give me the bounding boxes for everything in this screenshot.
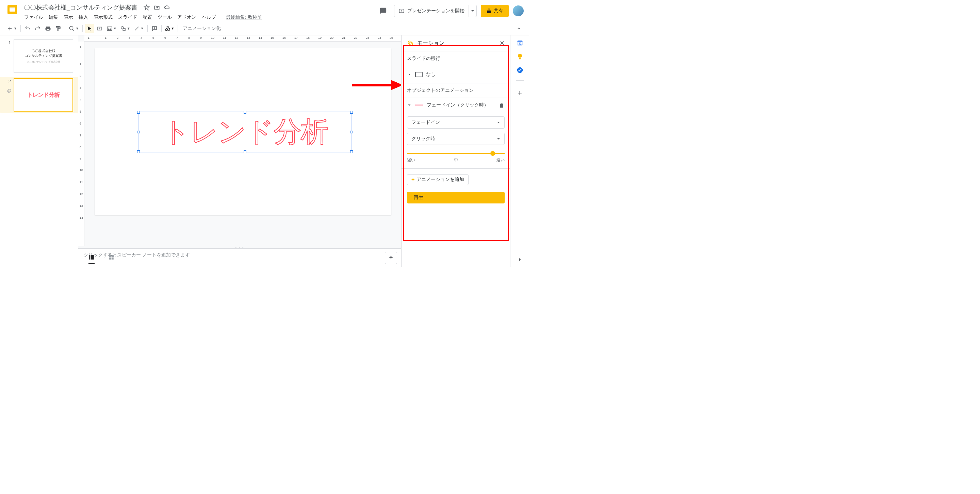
chevron-down-icon bbox=[407, 103, 412, 108]
comment-tool[interactable] bbox=[150, 24, 159, 33]
menu-insert[interactable]: 挿入 bbox=[76, 13, 91, 22]
annotation-arrow bbox=[350, 78, 401, 92]
svg-point-8 bbox=[121, 27, 124, 29]
cloud-status-icon[interactable] bbox=[164, 5, 170, 11]
svg-rect-15 bbox=[111, 255, 114, 257]
side-panel: 31 + bbox=[510, 35, 529, 267]
collapse-toolbar-button[interactable] bbox=[514, 24, 524, 33]
animation-indicator-icon bbox=[6, 89, 11, 94]
explore-button[interactable] bbox=[385, 252, 397, 264]
slide-thumb-2[interactable]: トレンド分析 bbox=[14, 78, 73, 111]
input-tool[interactable]: あ▼ bbox=[164, 24, 176, 33]
animation-item[interactable]: フェードイン（クリック時） bbox=[401, 98, 510, 112]
play-button[interactable]: 再生 bbox=[407, 192, 504, 203]
animate-button[interactable]: アニメーション化 bbox=[180, 24, 224, 33]
speaker-notes[interactable]: クリックするとスピーカー ノートを追加できます bbox=[78, 248, 401, 267]
text-box-selected[interactable]: トレンド分析 bbox=[138, 111, 352, 152]
star-icon[interactable] bbox=[143, 5, 150, 11]
share-button[interactable]: 共有 bbox=[481, 5, 509, 17]
svg-rect-16 bbox=[109, 257, 111, 260]
shape-tool[interactable]: ▼ bbox=[119, 24, 132, 33]
redo-button[interactable] bbox=[33, 24, 43, 33]
svg-text:31: 31 bbox=[518, 42, 522, 45]
comments-button[interactable] bbox=[376, 4, 390, 18]
keep-icon[interactable] bbox=[517, 53, 523, 60]
present-dropdown[interactable] bbox=[469, 5, 476, 17]
animation-type-select[interactable]: フェードイン bbox=[407, 116, 504, 129]
undo-button[interactable] bbox=[23, 24, 32, 33]
delete-icon[interactable] bbox=[498, 102, 504, 108]
object-anim-section-label: オブジェクトのアニメーション bbox=[407, 87, 504, 94]
ruler-horizontal: 1123456789101112131415161718192021222324… bbox=[84, 35, 401, 41]
add-addon-button[interactable]: + bbox=[517, 89, 522, 98]
svg-point-11 bbox=[8, 89, 11, 92]
menu-format[interactable]: 表示形式 bbox=[91, 13, 115, 22]
anim-preview-icon bbox=[415, 105, 423, 106]
menu-arrange[interactable]: 配置 bbox=[140, 13, 154, 22]
filmstrip-view-toggle[interactable] bbox=[89, 254, 95, 264]
chevron-right-icon bbox=[407, 72, 412, 77]
chevron-down-icon bbox=[497, 121, 500, 124]
filmstrip[interactable]: 1 〇〇株式会社様 コンサルティング提案書 △△コンサルティング株式会社 2 ト… bbox=[0, 35, 78, 267]
svg-rect-12 bbox=[89, 255, 90, 260]
svg-rect-17 bbox=[111, 257, 114, 260]
transition-section-label: スライドの移行 bbox=[407, 56, 504, 62]
svg-rect-13 bbox=[91, 255, 94, 260]
line-tool[interactable]: ▼ bbox=[132, 24, 145, 33]
present-button[interactable]: プレゼンテーションを開始 bbox=[394, 5, 477, 17]
tasks-icon[interactable] bbox=[517, 67, 523, 73]
motion-icon bbox=[407, 40, 414, 47]
user-avatar[interactable] bbox=[513, 5, 524, 16]
present-label: プレゼンテーションを開始 bbox=[407, 8, 465, 14]
lock-icon bbox=[486, 8, 492, 14]
animation-start-select[interactable]: クリック時 bbox=[407, 133, 504, 145]
slide-canvas[interactable]: トレンド分析 bbox=[95, 48, 391, 215]
svg-rect-2 bbox=[10, 8, 15, 8]
slide-icon bbox=[415, 72, 423, 77]
calendar-icon[interactable]: 31 bbox=[517, 40, 523, 46]
ruler-vertical: 11234567891011121314 bbox=[78, 41, 84, 246]
slider-thumb[interactable] bbox=[490, 151, 495, 156]
app-logo[interactable] bbox=[5, 3, 19, 16]
menu-help[interactable]: ヘルプ bbox=[199, 13, 218, 22]
textbox-tool[interactable] bbox=[95, 24, 105, 33]
move-folder-icon[interactable] bbox=[154, 5, 160, 11]
menu-view[interactable]: 表示 bbox=[61, 13, 76, 22]
print-button[interactable] bbox=[43, 24, 53, 33]
transition-item[interactable]: なし bbox=[401, 66, 510, 83]
menu-tools[interactable]: ツール bbox=[155, 13, 174, 22]
plus-icon: + bbox=[411, 176, 414, 183]
svg-point-10 bbox=[8, 90, 10, 92]
share-label: 共有 bbox=[494, 8, 503, 14]
play-rect-icon bbox=[398, 8, 404, 14]
select-tool[interactable] bbox=[85, 24, 94, 33]
grid-view-toggle[interactable] bbox=[108, 254, 115, 264]
menu-slide[interactable]: スライド bbox=[116, 13, 140, 22]
svg-point-4 bbox=[69, 26, 73, 30]
image-tool[interactable]: ▼ bbox=[105, 24, 118, 33]
doc-title[interactable]: 〇〇株式会社様_コンサルティング提案書 bbox=[22, 3, 140, 12]
paint-format-button[interactable] bbox=[53, 24, 63, 33]
hide-side-panel-button[interactable] bbox=[517, 257, 523, 263]
new-slide-button[interactable]: ▼ bbox=[5, 24, 18, 33]
svg-rect-14 bbox=[109, 255, 111, 257]
speed-slider[interactable]: 遅い 中 速い bbox=[407, 153, 504, 163]
motion-panel: モーション ✕ スライドの移行 なし オブジェクトのアニメーション フェードイン… bbox=[401, 35, 510, 267]
menu-addons[interactable]: アドオン bbox=[175, 13, 199, 22]
menu-edit[interactable]: 編集 bbox=[46, 13, 60, 22]
slide-number: 2 bbox=[5, 78, 11, 111]
zoom-button[interactable]: ▼ bbox=[67, 24, 80, 33]
slide-thumb-1[interactable]: 〇〇株式会社様 コンサルティング提案書 △△コンサルティング株式会社 bbox=[14, 40, 73, 73]
add-animation-button[interactable]: + アニメーションを追加 bbox=[407, 174, 469, 185]
menu-file[interactable]: ファイル bbox=[22, 13, 46, 22]
slide-number: 1 bbox=[5, 40, 11, 73]
slide-text: トレンド分析 bbox=[162, 113, 328, 151]
close-panel-button[interactable]: ✕ bbox=[500, 40, 504, 47]
svg-point-7 bbox=[108, 27, 109, 28]
motion-panel-title: モーション bbox=[417, 40, 496, 47]
last-edit-link[interactable]: 最終編集: 数秒前 bbox=[226, 14, 262, 21]
chevron-down-icon bbox=[497, 137, 500, 140]
